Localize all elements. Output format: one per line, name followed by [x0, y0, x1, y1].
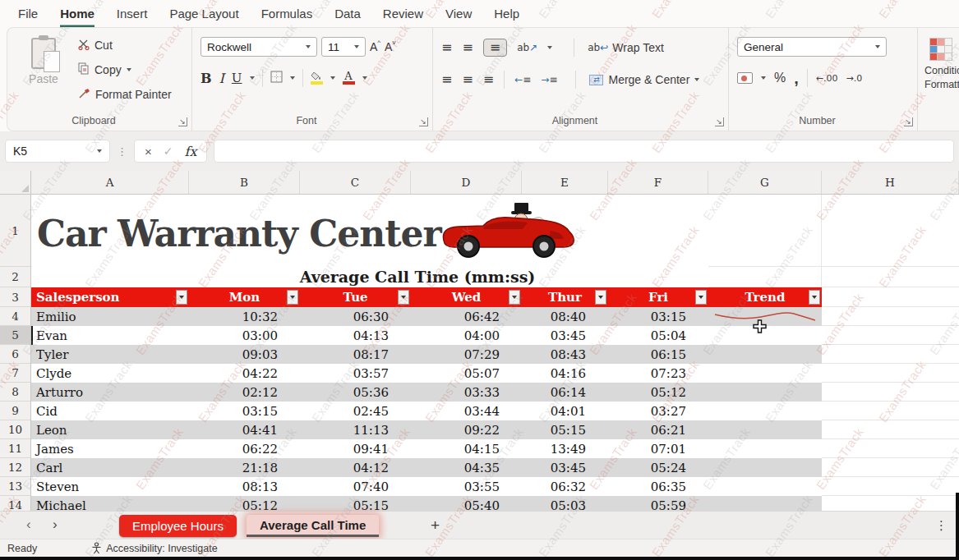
- cell-time[interactable]: 10:32: [189, 310, 300, 324]
- cell-time[interactable]: 03:44: [411, 404, 522, 419]
- cell-salesperson[interactable]: Carl: [31, 461, 189, 475]
- cell-time[interactable]: 05:36: [300, 385, 411, 400]
- cell-time[interactable]: 04:22: [189, 366, 300, 381]
- filter-button-tue[interactable]: [398, 290, 409, 305]
- wrap-text-button[interactable]: ab↩ Wrap Text: [584, 37, 667, 58]
- number-dialog-launcher[interactable]: ↘: [904, 117, 913, 126]
- cell-time[interactable]: 04:16: [522, 366, 608, 381]
- cell-time[interactable]: 05:12: [189, 498, 300, 512]
- cell-time[interactable]: 07:40: [300, 480, 411, 494]
- cell-time[interactable]: 08:17: [300, 347, 411, 362]
- menu-tab-data[interactable]: Data: [334, 0, 361, 27]
- cell-time[interactable]: 03:45: [522, 328, 608, 343]
- font-name-select[interactable]: Rockwell: [201, 37, 317, 57]
- accessibility-status[interactable]: Accessibility: Investigate: [91, 542, 217, 554]
- font-dialog-launcher[interactable]: ↘: [419, 117, 428, 126]
- name-box[interactable]: K5: [5, 140, 110, 163]
- font-color-dropdown-icon[interactable]: [362, 76, 367, 80]
- menu-tab-view[interactable]: View: [445, 0, 472, 27]
- next-sheet-icon[interactable]: ›: [53, 517, 58, 532]
- alignment-dialog-launcher[interactable]: ↘: [715, 117, 724, 126]
- select-all-corner[interactable]: [0, 171, 31, 195]
- cell-time[interactable]: 04:41: [189, 423, 300, 438]
- menu-tab-formulas[interactable]: Formulas: [261, 0, 313, 27]
- increase-indent-button[interactable]: →≡: [541, 74, 557, 85]
- prev-sheet-icon[interactable]: ‹: [26, 517, 31, 532]
- font-size-select[interactable]: 11: [321, 37, 366, 57]
- cell-time[interactable]: 05:15: [522, 423, 608, 438]
- row-header-9[interactable]: 9: [0, 402, 30, 420]
- merge-center-dropdown-icon[interactable]: [694, 78, 699, 81]
- cell-time[interactable]: 05:03: [522, 498, 608, 512]
- sheet-tab-average-call-time[interactable]: Average Call Time: [247, 515, 379, 537]
- menu-tab-review[interactable]: Review: [383, 0, 423, 27]
- filter-button-wed[interactable]: [509, 290, 520, 305]
- formula-input[interactable]: [214, 140, 954, 163]
- decrease-indent-button[interactable]: ←≡: [514, 74, 531, 85]
- menu-tab-home[interactable]: Home: [60, 0, 95, 27]
- row-header-3[interactable]: 3: [0, 287, 30, 307]
- fill-color-button[interactable]: [311, 71, 323, 85]
- decrease-decimal-button[interactable]: →.0: [846, 73, 863, 84]
- cell-time[interactable]: 07:01: [608, 442, 708, 457]
- menu-tab-help[interactable]: Help: [494, 0, 519, 27]
- font-color-button[interactable]: A: [343, 71, 355, 85]
- cell-time[interactable]: 05:59: [608, 498, 708, 512]
- cell-time[interactable]: 05:04: [608, 328, 708, 343]
- cell-salesperson[interactable]: Michael: [31, 498, 189, 512]
- copy-button[interactable]: Copy: [75, 59, 175, 80]
- menu-tab-insert[interactable]: Insert: [117, 0, 148, 27]
- align-center-button[interactable]: ≡: [462, 73, 473, 86]
- cell-time[interactable]: 04:13: [300, 328, 411, 343]
- row-header-11[interactable]: 11: [0, 439, 30, 458]
- column-header-D[interactable]: D: [411, 171, 522, 194]
- cell-salesperson[interactable]: Cid: [31, 404, 189, 419]
- insert-function-icon[interactable]: fx: [185, 144, 197, 159]
- cell-time[interactable]: 11:13: [300, 423, 411, 438]
- cell-time[interactable]: 21:18: [189, 461, 300, 475]
- row-header-2[interactable]: 2: [0, 267, 30, 287]
- cell-time[interactable]: 02:12: [189, 385, 300, 400]
- cell-time[interactable]: 03:15: [608, 310, 708, 324]
- row-header-12[interactable]: 12: [0, 458, 30, 477]
- percent-style-button[interactable]: %: [774, 71, 786, 85]
- grid-area[interactable]: Car Warranty Center Average Call Time (m…: [31, 195, 959, 511]
- bold-button[interactable]: B: [201, 71, 212, 86]
- row-header-7[interactable]: 7: [0, 364, 30, 383]
- column-header-F[interactable]: F: [608, 171, 708, 194]
- row-header-5[interactable]: 5: [0, 326, 30, 345]
- orientation-dropdown-icon[interactable]: [547, 46, 552, 49]
- italic-button[interactable]: I: [219, 71, 224, 86]
- cell-time[interactable]: 05:12: [608, 385, 708, 400]
- cell-time[interactable]: 06:32: [522, 480, 608, 494]
- paste-button[interactable]: Paste: [19, 36, 68, 115]
- cell-time[interactable]: 05:07: [411, 366, 522, 381]
- add-sheet-button[interactable]: +: [431, 516, 440, 535]
- underline-dropdown-icon[interactable]: [250, 76, 255, 80]
- cell-time[interactable]: 02:45: [300, 404, 411, 419]
- row-header-6[interactable]: 6: [0, 345, 30, 364]
- filter-button-mon[interactable]: [287, 290, 298, 305]
- shrink-font-button[interactable]: Av: [385, 41, 395, 53]
- cell-time[interactable]: 04:00: [411, 328, 522, 343]
- cancel-icon[interactable]: ×: [145, 145, 152, 158]
- cell-time[interactable]: 06:30: [300, 310, 411, 324]
- row-header-1[interactable]: 1: [0, 195, 30, 267]
- formula-bar-handle-icon[interactable]: ⋮: [117, 145, 127, 158]
- sheet-tab-employee-hours[interactable]: Employee Hours: [119, 515, 237, 537]
- cell-time[interactable]: 08:13: [189, 480, 300, 494]
- row-header-8[interactable]: 8: [0, 383, 30, 402]
- column-header-G[interactable]: G: [708, 171, 822, 194]
- conditional-formatting-button[interactable]: Conditional Formatting: [918, 38, 959, 92]
- cut-button[interactable]: Cut: [75, 34, 175, 56]
- accounting-format-icon[interactable]: [737, 72, 753, 84]
- filter-button-fri[interactable]: [695, 290, 707, 305]
- cell-salesperson[interactable]: Evan: [31, 328, 189, 343]
- cell-time[interactable]: 05:24: [608, 461, 708, 475]
- cell-salesperson[interactable]: Steven: [31, 480, 189, 494]
- row-header-4[interactable]: 4: [0, 307, 30, 326]
- cell-time[interactable]: 06:21: [608, 423, 708, 438]
- accounting-dropdown-icon[interactable]: [761, 76, 766, 80]
- cell-time[interactable]: 03:33: [411, 385, 522, 400]
- align-left-button[interactable]: ≡: [441, 73, 452, 86]
